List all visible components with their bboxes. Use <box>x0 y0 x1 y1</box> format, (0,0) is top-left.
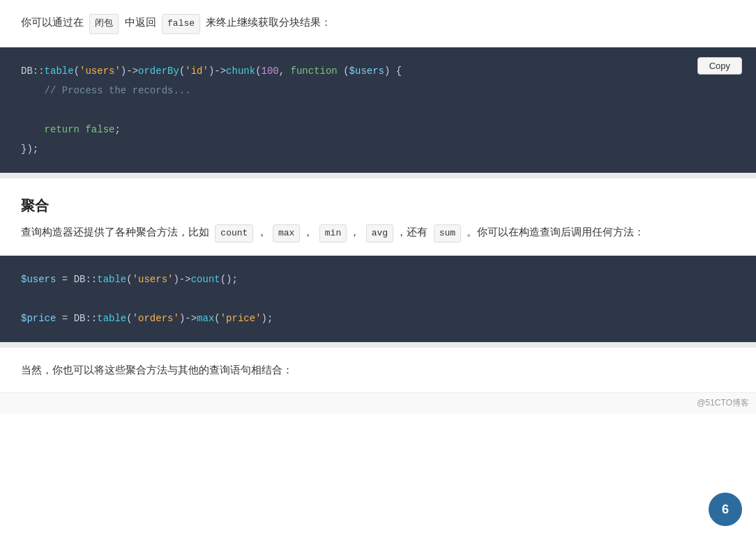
hasyou: ，还有 <box>396 226 428 238</box>
badge-closure: 闭包 <box>89 14 119 34</box>
method-max: max <box>273 224 300 242</box>
intro-middle: 中返回 <box>125 16 156 28</box>
bottom-text: 当然，你也可以将这些聚合方法与其他的查询语句相结合： <box>21 364 293 376</box>
comma3: ， <box>349 226 360 238</box>
copy-button[interactable]: Copy <box>697 57 742 75</box>
aggregates-title: 聚合 <box>21 194 735 217</box>
intro-prefix: 你可以通过在 <box>21 16 84 28</box>
aggregates-body: 查询构造器还提供了各种聚合方法，比如 count ， max ， min ， a… <box>0 223 756 256</box>
comma1: ， <box>257 226 267 238</box>
method-sum: sum <box>434 224 461 242</box>
comma2: ， <box>303 226 313 238</box>
method-count: count <box>215 224 253 242</box>
aggregates-heading-section: 聚合 <box>0 178 756 223</box>
badge-false: false <box>162 14 200 34</box>
code-pre-2: $users = DB::table('users')->count(); $p… <box>21 270 735 328</box>
agg-desc-suffix: 。你可以在构造查询后调用任何方法： <box>467 226 644 238</box>
footer-text: @51CTO博客 <box>697 398 749 408</box>
method-min: min <box>319 224 347 242</box>
separator-2 <box>0 342 756 348</box>
method-avg: avg <box>366 224 393 242</box>
footer-note: @51CTO博客 <box>0 393 756 412</box>
code-pre-1: DB::table('users')->orderBy('id')->chunk… <box>21 61 735 159</box>
code-block-2: $users = DB::table('users')->count(); $p… <box>0 256 756 342</box>
intro-suffix: 来终止继续获取分块结果： <box>206 16 331 28</box>
intro-section: 你可以通过在 闭包 中返回 false 来终止继续获取分块结果： <box>0 0 756 47</box>
separator-1 <box>0 173 756 178</box>
code-block-1: Copy DB::table('users')->orderBy('id')->… <box>0 47 756 173</box>
agg-desc-prefix: 查询构造器还提供了各种聚合方法，比如 <box>21 226 209 238</box>
bottom-section: 当然，你也可以将这些聚合方法与其他的查询语句相结合： <box>0 348 756 394</box>
